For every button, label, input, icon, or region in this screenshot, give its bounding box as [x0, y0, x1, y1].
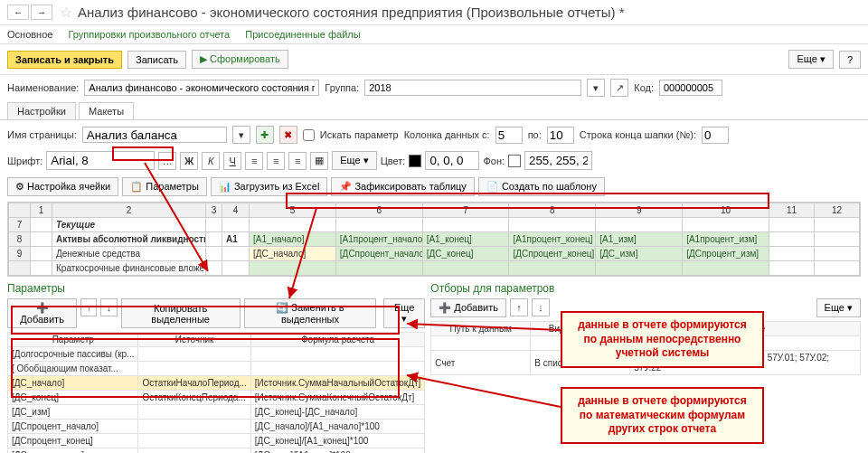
- filter-down-icon[interactable]: ↓: [532, 298, 550, 316]
- excel-button[interactable]: 📊 Загрузить из Excel: [211, 177, 328, 196]
- tab-main[interactable]: Основное: [7, 29, 52, 40]
- more-button[interactable]: Еще ▾: [788, 50, 833, 69]
- filter-add-button[interactable]: ➕ Добавить: [430, 298, 506, 317]
- star-icon[interactable]: ☆: [60, 4, 72, 21]
- param-add-button[interactable]: ➕ Добавить: [7, 298, 77, 328]
- pagename-dropdown-icon[interactable]: ▾: [232, 126, 250, 144]
- save-close-button[interactable]: Записать и закрыть: [7, 51, 122, 69]
- param-replace-button[interactable]: 🔄 Заменить в выделенных: [244, 298, 376, 328]
- fix-button[interactable]: 📌 Зафиксировать таблицу: [331, 177, 474, 196]
- align-right-icon[interactable]: ≡: [288, 152, 307, 170]
- name-label: Наименование:: [7, 82, 79, 93]
- tab-layouts[interactable]: Макеты: [79, 102, 134, 119]
- bg-label: Фон:: [483, 156, 505, 166]
- col-from-label: Колонка данных с:: [404, 129, 490, 140]
- delete-page-icon[interactable]: ✖: [279, 126, 297, 144]
- group-open-icon[interactable]: ↗: [610, 79, 628, 97]
- tab-groups[interactable]: Группировки произвольного отчета: [68, 29, 230, 40]
- tab-files[interactable]: Присоединенные файлы: [245, 29, 360, 40]
- header-row-input[interactable]: [702, 127, 729, 144]
- pagename-label: Имя страницы:: [7, 129, 77, 140]
- header-row-label: Строка конца шапки (№):: [580, 129, 696, 140]
- params-panel-title: Параметры: [7, 282, 425, 295]
- color-swatch[interactable]: [409, 155, 421, 167]
- add-page-icon[interactable]: ✚: [256, 126, 274, 144]
- search-param-label: Искать параметр: [320, 129, 399, 140]
- nav-back[interactable]: ←: [7, 5, 29, 20]
- form-button[interactable]: ▶ Сформировать: [192, 50, 288, 69]
- nav-fwd[interactable]: →: [31, 5, 52, 20]
- page-title: Анализ финансово - экономического состоя…: [78, 5, 625, 20]
- filter-panel-title: Отборы для параметров: [430, 282, 861, 295]
- param-copy-button[interactable]: Копировать выделенные: [121, 298, 241, 328]
- param-more-button[interactable]: Еще ▾: [383, 298, 425, 328]
- group-label: Группа:: [325, 82, 359, 93]
- col-from-input[interactable]: [495, 127, 523, 144]
- font-picker-icon[interactable]: …: [158, 152, 176, 170]
- border-icon[interactable]: ▦: [310, 152, 328, 170]
- col-to-label: по:: [528, 129, 542, 140]
- font-label: Шрифт:: [7, 156, 42, 166]
- layout-grid[interactable]: 123456789101112 7Текущие 8Активы абсолют…: [7, 202, 861, 277]
- color-label: Цвет:: [381, 156, 406, 166]
- callout-2: данные в отчете формируются по математич…: [561, 387, 764, 444]
- callout-1: данные в отчете формируются по данным не…: [561, 311, 764, 368]
- search-param-checkbox[interactable]: [303, 129, 315, 141]
- params-button[interactable]: 📋 Параметры: [122, 177, 207, 196]
- template-button[interactable]: 📄 Создать по шаблону: [478, 177, 605, 196]
- code-input[interactable]: [659, 80, 722, 96]
- bold-icon[interactable]: Ж: [180, 152, 198, 170]
- font-more-button[interactable]: Еще ▾: [332, 151, 376, 170]
- italic-icon[interactable]: К: [202, 152, 220, 170]
- pagename-input[interactable]: [82, 127, 227, 143]
- help-button[interactable]: ?: [839, 51, 861, 69]
- group-input[interactable]: [364, 80, 581, 96]
- col-to-input[interactable]: [547, 127, 574, 144]
- code-label: Код:: [634, 82, 654, 93]
- name-input[interactable]: [84, 80, 319, 96]
- filter-up-icon[interactable]: ↑: [510, 298, 528, 316]
- align-left-icon[interactable]: ≡: [245, 152, 263, 170]
- group-dropdown-icon[interactable]: ▾: [587, 79, 605, 97]
- save-button[interactable]: Записать: [127, 51, 186, 69]
- params-table[interactable]: ПараметрИсточникФормула расчета [Долгоср…: [7, 332, 425, 453]
- align-center-icon[interactable]: ≡: [267, 152, 285, 170]
- underline-icon[interactable]: Ч: [223, 152, 241, 170]
- cell-settings-button[interactable]: ⚙ Настройка ячейки: [7, 177, 118, 196]
- color-input[interactable]: [425, 151, 479, 170]
- bg-input[interactable]: [524, 151, 592, 170]
- font-input[interactable]: [46, 151, 155, 170]
- param-up-icon[interactable]: ↑: [80, 298, 97, 316]
- bg-swatch[interactable]: [508, 155, 521, 167]
- tab-settings[interactable]: Настройки: [7, 102, 76, 119]
- param-down-icon[interactable]: ↓: [100, 298, 117, 316]
- filter-more-button[interactable]: Еще ▾: [816, 298, 861, 317]
